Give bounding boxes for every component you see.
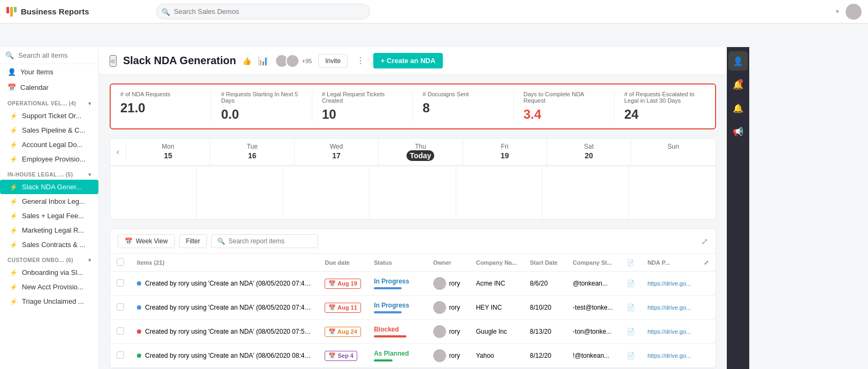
td-checkbox-4[interactable] [110, 344, 130, 368]
sidebar-item-onboarding[interactable]: ⚡ Onboarding via Sl... [0, 265, 98, 280]
sidebar-item-general-inbox[interactable]: ⚡ General Inbox Leg... [0, 194, 98, 209]
sidebar-item-account-legal[interactable]: ⚡ Account Legal Do... [0, 137, 98, 152]
th-ndap[interactable]: NDA P... [641, 254, 698, 272]
td-ndap-1[interactable]: https://drive.go... [641, 272, 698, 296]
avatar-2 [286, 54, 299, 68]
sidebar-search-area[interactable]: 🔍 ⚙ [0, 47, 98, 64]
metric-value-1: 21.0 [120, 101, 201, 116]
td-status-4[interactable]: As Planned [367, 344, 426, 368]
row-checkbox-1[interactable] [117, 279, 124, 287]
td-company-4: Yahoo [470, 344, 524, 368]
table-search-input[interactable] [228, 237, 312, 245]
drive-icon-2: 📄 [627, 304, 635, 311]
sidebar-search-input[interactable] [18, 51, 99, 59]
cal-cell-3 [283, 166, 370, 219]
top-search-container[interactable]: 🔍 [156, 4, 370, 19]
td-checkbox-2[interactable] [110, 296, 130, 320]
td-item-2[interactable]: Created by rory using 'Create an NDA' (0… [130, 296, 318, 320]
td-due-3[interactable]: 📅 Aug 24 [318, 320, 367, 344]
calendar-icon-small: 📅 [125, 237, 133, 245]
sidebar-item-sales-contracts[interactable]: ⚡ Sales Contracts & ... [0, 237, 98, 252]
owner-name-4: rory [449, 352, 460, 359]
td-item-3[interactable]: Created by rory using 'Create an NDA' (0… [130, 320, 318, 344]
metric-requests-5days: # Requests Starting In Next 5 Days 0.0 [211, 91, 312, 122]
td-status-1[interactable]: In Progress [367, 272, 426, 296]
td-status-2[interactable]: In Progress [367, 296, 426, 320]
status-dot-4 [137, 353, 141, 358]
td-due-4[interactable]: 📅 Sep 4 [318, 344, 367, 368]
back-button[interactable]: « [110, 55, 117, 67]
th-due-date[interactable]: Due date [318, 254, 367, 272]
thumbs-up-icon[interactable]: 👍 [242, 57, 251, 65]
cal-cell-5 [456, 166, 543, 219]
td-ndap-2[interactable]: https://drive.go... [641, 296, 698, 320]
table-row: Created by rory using 'Create an NDA' (0… [110, 344, 716, 368]
td-status-3[interactable]: Blocked [367, 320, 426, 344]
th-items[interactable]: Items (21) [130, 254, 318, 272]
metric-nda-requests: # of NDA Requests 21.0 [111, 91, 211, 122]
main-content: « Slack NDA Generation 👍 📊 +95 Invite ⋮ … [99, 47, 727, 369]
metric-docusigns: # Docusigns Sent 8 [413, 91, 513, 122]
user-avatar[interactable] [846, 4, 862, 20]
td-item-4[interactable]: Created by rory using 'Create an NDA' (0… [130, 344, 318, 368]
td-company-3: Guugle Inc [470, 320, 524, 344]
td-start-2: 8/10/20 [524, 296, 566, 320]
progress-bar-4 [374, 359, 393, 362]
td-due-2[interactable]: 📅 Aug 11 [318, 296, 367, 320]
section-header-inhouse[interactable]: IN-HOUSE LEGAL ... (5) ▾ [0, 166, 98, 180]
th-status[interactable]: Status [367, 254, 426, 272]
section-header-operational[interactable]: OPERATIONAL VEL... (4) ▾ [0, 95, 98, 109]
table-search-container[interactable]: 🔍 [211, 234, 318, 248]
row-checkbox-2[interactable] [117, 303, 124, 311]
cal-cell-1 [110, 166, 197, 219]
sidebar-item-employee-prov[interactable]: ⚡ Employee Provisio... [0, 152, 98, 166]
sidebar-item-sales-legal[interactable]: ⚡ Sales + Legal Fee... [0, 209, 98, 223]
user-icon-right: 👤 [733, 56, 743, 66]
sidebar-item-support-ticket[interactable]: ⚡ Support Ticket Or... [0, 109, 98, 123]
section-header-customer[interactable]: CUSTOMER ONBO... (6) ▾ [0, 252, 98, 265]
sidebar-item-slack-nda[interactable]: ⚡ Slack NDA Gener... [0, 180, 98, 194]
td-checkbox-1[interactable] [110, 272, 130, 296]
rp-icon-announce[interactable]: 📢 [728, 122, 748, 141]
th-company-st[interactable]: Company St... [566, 254, 620, 272]
bolt-icon: ⚡ [10, 156, 18, 163]
create-nda-button[interactable]: + Create an NDA [373, 53, 443, 68]
td-checkbox-3[interactable] [110, 320, 130, 344]
sidebar-item-your-items[interactable]: 👤 Your Items [0, 64, 98, 80]
chevron-down-icon-3: ▾ [88, 257, 91, 263]
td-ndap-3[interactable]: https://drive.go... [641, 320, 698, 344]
row-checkbox-4[interactable] [117, 351, 124, 359]
more-options-icon[interactable]: ⋮ [354, 56, 367, 66]
td-due-1[interactable]: 📅 Aug 19 [318, 272, 367, 296]
bolt-icon: ⚡ [10, 269, 18, 276]
row-checkbox-3[interactable] [117, 327, 124, 335]
invite-button[interactable]: Invite [318, 54, 348, 68]
calendar-prev-button[interactable]: ‹ [110, 142, 126, 162]
resize-handle[interactable]: ⤢ [701, 236, 708, 247]
td-ndap-4[interactable]: https://drive.go... [641, 344, 698, 368]
rp-icon-bell-1[interactable]: 🔔 [728, 75, 748, 94]
select-all-checkbox[interactable] [117, 258, 124, 266]
sidebar-item-sales-pipeline[interactable]: ⚡ Sales Pipeline & C... [0, 123, 98, 137]
chart-icon[interactable]: 📊 [258, 56, 268, 66]
sidebar-item-new-acct[interactable]: ⚡ New Acct Provisio... [0, 280, 98, 294]
th-company-name[interactable]: Company Na... [470, 254, 524, 272]
sidebar-item-calendar[interactable]: 📅 Calendar [0, 80, 98, 95]
filter-button[interactable]: Filter [179, 234, 208, 248]
th-start-date[interactable]: Start Date [524, 254, 566, 272]
sidebar-item-triage[interactable]: ⚡ Triage Unclaimed ... [0, 294, 98, 309]
top-search-input[interactable] [156, 4, 370, 19]
td-item-1[interactable]: Created by rory using 'Create an NDA' (0… [130, 272, 318, 296]
week-view-button[interactable]: 📅 Week View [118, 234, 175, 248]
th-owner[interactable]: Owner [427, 254, 470, 272]
status-dot-2 [137, 305, 141, 310]
rp-icon-user[interactable]: 👤 [728, 51, 748, 71]
rp-icon-bell-2[interactable]: 🔔 [728, 98, 748, 118]
table-container: Items (21) Due date Status Owner Company… [110, 254, 716, 368]
due-badge-2: 📅 Aug 11 [325, 303, 360, 313]
sidebar-item-marketing-legal[interactable]: ⚡ Marketing Legal R... [0, 223, 98, 237]
due-badge-3: 📅 Aug 24 [325, 327, 360, 337]
dropdown-arrow-icon[interactable]: ▾ [836, 8, 839, 15]
owner-avatar-2 [433, 301, 446, 314]
calendar-section: ‹ Mon 15 Tue 16 Wed 17 Thu [110, 138, 716, 220]
